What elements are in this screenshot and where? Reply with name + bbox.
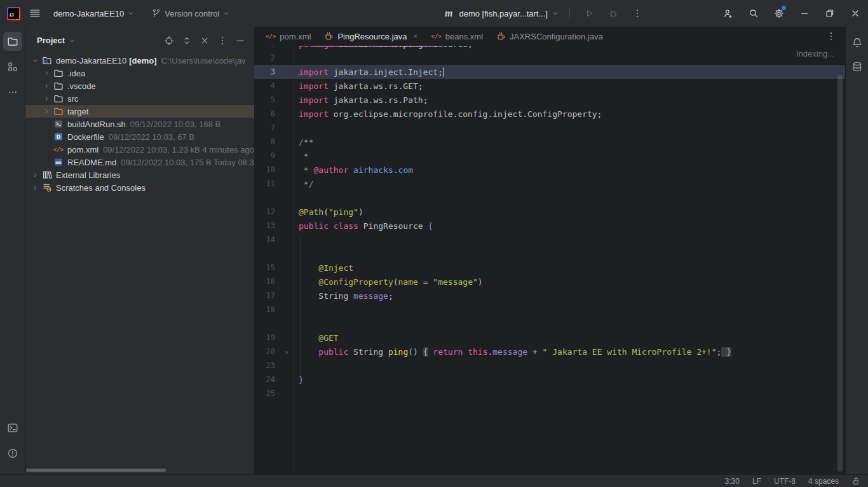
more-vertical-icon[interactable] [215, 33, 230, 48]
vcs-selector[interactable]: Version control [147, 6, 234, 21]
code-editor[interactable]: 1package com.airhacks.ping.resource;23im… [254, 46, 845, 474]
code-line-3: 3import jakarta.inject.Inject; [254, 65, 845, 79]
java-class-icon [496, 31, 506, 41]
editor-tab-beans-xml[interactable]: </>beans.xml [425, 27, 490, 46]
code-line-8: 8/** [254, 135, 845, 149]
xml-file-icon: </> [266, 33, 276, 39]
database-tool-button[interactable] [848, 57, 867, 76]
tab-list-more-icon[interactable] [826, 31, 836, 41]
code-text: } [294, 375, 304, 385]
indent-guide [301, 237, 301, 376]
status-item-4-spaces[interactable]: 4 spaces [808, 477, 839, 486]
code-text: * @author airhacks.com [294, 165, 413, 175]
more-horizontal-tool-button[interactable] [3, 83, 22, 102]
tree-item-readme-md[interactable]: MDREADME.md09/12/2022 10:03, 175 B Today… [25, 156, 254, 168]
code-text: import jakarta.inject.Inject; [294, 67, 444, 77]
tab-close-icon[interactable] [412, 33, 419, 39]
line-number: 10 [254, 165, 280, 174]
project-selector-label: demo-JakartaEE10 [53, 9, 124, 18]
tree-item-dockerfile[interactable]: DDockerfile09/12/2022 10:03, 67 B [25, 130, 254, 143]
chevron-down-icon [68, 37, 76, 45]
tree-item-external-libraries[interactable]: External Libraries [25, 168, 254, 181]
expand-all-icon[interactable] [179, 33, 194, 48]
window-close-icon[interactable] [843, 0, 868, 27]
editor-tab-pom-xml[interactable]: </>pom.xml [259, 27, 317, 46]
toolbar-divider [569, 7, 570, 20]
project-horizontal-scrollbar[interactable] [26, 469, 166, 472]
status-item-utf-8[interactable]: UTF-8 [774, 477, 796, 486]
main-menu-icon[interactable] [29, 8, 41, 19]
status-item-lf[interactable]: LF [752, 477, 761, 486]
tree-item-label: buildAndRun.sh [67, 120, 126, 129]
problems-tool-button[interactable] [3, 444, 22, 463]
settings-gear-icon[interactable] [766, 0, 792, 27]
code-line-9: 9 * [254, 149, 845, 163]
tree-item--idea[interactable]: .idea [25, 67, 254, 79]
code-line-19: 19 @GET [254, 331, 845, 345]
search-everywhere-icon[interactable] [741, 0, 766, 27]
code-with-me-icon[interactable] [715, 0, 741, 27]
git-branch-icon [151, 8, 161, 18]
structure-tool-button[interactable] [3, 57, 22, 76]
more-actions-icon[interactable] [628, 4, 646, 22]
fold-chevron-icon[interactable]: › [280, 347, 294, 357]
run-configuration-selector[interactable]: demo [fish.payar...tart...] [459, 9, 559, 18]
chevron-right-icon[interactable] [41, 108, 52, 115]
project-panel-header: Project [25, 27, 254, 54]
code-text: /** [294, 137, 313, 147]
tree-item--vscode[interactable]: .vscode [25, 79, 254, 92]
project-folder-icon [41, 55, 53, 65]
code-text: */ [294, 179, 313, 189]
chevron-right-icon[interactable] [29, 172, 41, 179]
code-line-1: 1package com.airhacks.ping.resource; [254, 46, 845, 51]
line-number: 14 [254, 235, 280, 244]
tree-item-target[interactable]: target [25, 105, 254, 118]
project-selector[interactable]: demo-JakartaEE10 [50, 6, 139, 21]
code-line-16: 16 @ConfigProperty(name = "message") [254, 275, 845, 289]
tree-item-meta: 09/12/2022 10:03, 175 B Today 08:34 [121, 158, 254, 167]
chevron-down-icon[interactable] [29, 57, 41, 64]
chevron-right-icon[interactable] [29, 184, 41, 191]
line-number: 23 [254, 361, 280, 370]
collapse-all-icon[interactable] [197, 33, 212, 48]
folder-icon [52, 81, 65, 91]
notifications-tool-button[interactable] [848, 33, 867, 52]
run-button-icon[interactable] [580, 4, 598, 22]
svg-text:MD: MD [55, 161, 62, 165]
debug-button-icon[interactable] [604, 4, 622, 22]
chevron-right-icon[interactable] [41, 83, 52, 90]
project-panel-title-dropdown[interactable]: Project [37, 36, 76, 45]
title-bar-right [715, 0, 868, 27]
chevron-right-icon[interactable] [41, 95, 52, 102]
code-text: import jakarta.ws.rs.GET; [294, 81, 423, 91]
editor-tab-jaxrsconfiguration-java[interactable]: JAXRSConfiguration.java [489, 27, 609, 46]
code-line-5: 5import jakarta.ws.rs.Path; [254, 93, 845, 107]
locate-icon[interactable] [161, 33, 177, 48]
code-text: @Inject [294, 263, 353, 273]
editor-tab-pingresource-java[interactable]: PingResource.java [317, 27, 424, 46]
line-number: 7 [254, 123, 280, 132]
editor-area[interactable]: </>pom.xmlPingResource.java</>beans.xmlJ… [254, 27, 845, 474]
terminal-tool-button[interactable] [3, 418, 22, 437]
chevron-right-icon[interactable] [41, 70, 52, 77]
hide-icon[interactable] [233, 33, 248, 48]
line-number: 8 [254, 137, 280, 146]
window-restore-icon[interactable] [817, 0, 843, 27]
tree-item-src[interactable]: src [25, 92, 254, 105]
tree-item-scratches-and-consoles[interactable]: Scratches and Consoles [25, 181, 254, 194]
code-line-13: 13public class PingResource { [254, 219, 845, 233]
tree-item-demo-jakartaee10[interactable]: demo-JakartaEE10[demo]C:\Users\luise\cod… [25, 54, 254, 67]
code-text: * [294, 151, 309, 161]
project-tool-window: Project demo-JakartaEE10[demo]C:\Users\l… [25, 27, 254, 474]
editor-vertical-scrollbar[interactable] [837, 75, 843, 472]
libraries-icon [41, 170, 53, 180]
unlocked-icon[interactable] [851, 477, 860, 486]
chevron-down-icon [127, 10, 135, 17]
status-item-3-30[interactable]: 3:30 [725, 477, 740, 486]
project-tool-button[interactable] [3, 32, 22, 51]
tree-item-buildandrun-sh[interactable]: buildAndRun.sh09/12/2022 10:03, 168 B [25, 118, 254, 130]
window-minimize-icon[interactable] [792, 0, 817, 27]
line-number: 2 [254, 53, 280, 62]
tree-item-label: Scratches and Consoles [56, 183, 146, 193]
tree-item-pom-xml[interactable]: </>pom.xml09/12/2022 10:03, 1,23 kB 4 mi… [25, 143, 254, 156]
